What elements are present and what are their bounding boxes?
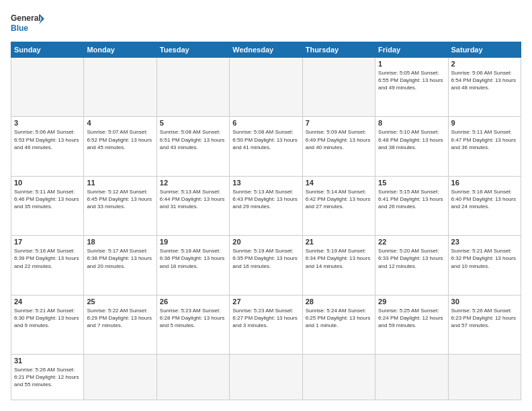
day-info: Sunrise: 5:14 AM Sunset: 6:42 PM Dayligh… — [306, 188, 372, 211]
day-info: Sunrise: 5:09 AM Sunset: 6:49 PM Dayligh… — [306, 128, 372, 151]
calendar-day-cell: 29Sunrise: 5:25 AM Sunset: 6:24 PM Dayli… — [375, 295, 448, 354]
day-number: 18 — [87, 238, 153, 246]
calendar-day-cell: 23Sunrise: 5:21 AM Sunset: 6:32 PM Dayli… — [448, 236, 521, 295]
calendar-day-cell: 3Sunrise: 5:06 AM Sunset: 6:53 PM Daylig… — [11, 117, 84, 176]
calendar-table: SundayMondayTuesdayWednesdayThursdayFrid… — [11, 42, 521, 400]
calendar-day-cell: 30Sunrise: 5:26 AM Sunset: 6:23 PM Dayli… — [448, 295, 521, 354]
calendar-day-cell — [157, 354, 229, 400]
calendar-day-cell — [230, 58, 302, 117]
calendar-day-cell — [448, 354, 521, 400]
calendar-week-row: 1Sunrise: 5:05 AM Sunset: 6:55 PM Daylig… — [11, 58, 521, 117]
day-info: Sunrise: 5:07 AM Sunset: 6:52 PM Dayligh… — [87, 128, 153, 151]
calendar-day-header: Saturday — [448, 42, 521, 58]
calendar-day-cell — [230, 354, 302, 400]
calendar-day-cell: 9Sunrise: 5:11 AM Sunset: 6:47 PM Daylig… — [448, 117, 521, 176]
day-number: 29 — [378, 298, 445, 306]
calendar-week-row: 10Sunrise: 5:11 AM Sunset: 6:46 PM Dayli… — [11, 176, 521, 235]
calendar-day-cell: 20Sunrise: 5:19 AM Sunset: 6:35 PM Dayli… — [230, 236, 302, 295]
calendar-day-cell: 26Sunrise: 5:23 AM Sunset: 6:28 PM Dayli… — [157, 295, 229, 354]
day-number: 22 — [378, 238, 445, 246]
svg-text:Blue: Blue — [11, 24, 28, 33]
calendar-day-cell — [302, 58, 375, 117]
day-info: Sunrise: 5:23 AM Sunset: 6:28 PM Dayligh… — [160, 307, 226, 330]
day-info: Sunrise: 5:17 AM Sunset: 6:38 PM Dayligh… — [87, 247, 153, 270]
day-info: Sunrise: 5:24 AM Sunset: 6:25 PM Dayligh… — [306, 307, 372, 330]
calendar-day-header: Thursday — [302, 42, 375, 58]
day-number: 9 — [451, 119, 518, 127]
calendar-day-cell — [157, 58, 229, 117]
day-number: 21 — [306, 238, 372, 246]
calendar-week-row: 17Sunrise: 5:16 AM Sunset: 6:39 PM Dayli… — [11, 236, 521, 295]
day-info: Sunrise: 5:06 AM Sunset: 6:53 PM Dayligh… — [14, 128, 81, 151]
calendar-day-cell: 2Sunrise: 5:06 AM Sunset: 6:54 PM Daylig… — [448, 58, 521, 117]
day-info: Sunrise: 5:26 AM Sunset: 6:23 PM Dayligh… — [451, 307, 518, 330]
day-number: 15 — [378, 179, 445, 187]
day-info: Sunrise: 5:26 AM Sunset: 6:21 PM Dayligh… — [14, 366, 81, 389]
calendar-day-cell: 31Sunrise: 5:26 AM Sunset: 6:21 PM Dayli… — [11, 354, 84, 400]
day-number: 5 — [160, 119, 226, 127]
calendar-day-cell: 24Sunrise: 5:21 AM Sunset: 6:30 PM Dayli… — [11, 295, 84, 354]
calendar-day-cell: 4Sunrise: 5:07 AM Sunset: 6:52 PM Daylig… — [84, 117, 157, 176]
day-number: 28 — [306, 298, 372, 306]
day-info: Sunrise: 5:16 AM Sunset: 6:40 PM Dayligh… — [451, 188, 518, 211]
calendar-day-header: Tuesday — [157, 42, 229, 58]
calendar-day-cell: 19Sunrise: 5:18 AM Sunset: 6:36 PM Dayli… — [157, 236, 229, 295]
day-info: Sunrise: 5:11 AM Sunset: 6:46 PM Dayligh… — [14, 188, 81, 211]
day-info: Sunrise: 5:11 AM Sunset: 6:47 PM Dayligh… — [451, 128, 518, 151]
day-info: Sunrise: 5:08 AM Sunset: 6:51 PM Dayligh… — [160, 128, 226, 151]
day-info: Sunrise: 5:10 AM Sunset: 6:48 PM Dayligh… — [378, 128, 445, 151]
day-number: 12 — [160, 179, 226, 187]
day-info: Sunrise: 5:23 AM Sunset: 6:27 PM Dayligh… — [232, 307, 299, 330]
calendar-day-cell: 12Sunrise: 5:13 AM Sunset: 6:44 PM Dayli… — [157, 176, 229, 235]
calendar-day-cell: 10Sunrise: 5:11 AM Sunset: 6:46 PM Dayli… — [11, 176, 84, 235]
calendar-day-cell — [84, 58, 157, 117]
calendar-day-cell: 8Sunrise: 5:10 AM Sunset: 6:48 PM Daylig… — [375, 117, 448, 176]
calendar-day-cell — [375, 354, 448, 400]
day-info: Sunrise: 5:08 AM Sunset: 6:50 PM Dayligh… — [232, 128, 299, 151]
day-number: 10 — [14, 179, 81, 187]
day-info: Sunrise: 5:20 AM Sunset: 6:33 PM Dayligh… — [378, 247, 445, 270]
calendar-week-row: 24Sunrise: 5:21 AM Sunset: 6:30 PM Dayli… — [11, 295, 521, 354]
day-info: Sunrise: 5:13 AM Sunset: 6:44 PM Dayligh… — [160, 188, 226, 211]
calendar-day-cell: 21Sunrise: 5:19 AM Sunset: 6:34 PM Dayli… — [302, 236, 375, 295]
calendar-day-cell — [302, 354, 375, 400]
day-number: 26 — [160, 298, 226, 306]
day-number: 2 — [451, 60, 518, 68]
calendar-day-header: Monday — [84, 42, 157, 58]
day-number: 25 — [87, 298, 153, 306]
calendar-day-cell: 17Sunrise: 5:16 AM Sunset: 6:39 PM Dayli… — [11, 236, 84, 295]
day-info: Sunrise: 5:13 AM Sunset: 6:43 PM Dayligh… — [232, 188, 299, 211]
calendar-day-cell: 5Sunrise: 5:08 AM Sunset: 6:51 PM Daylig… — [157, 117, 229, 176]
calendar-day-header: Sunday — [11, 42, 84, 58]
day-number: 19 — [160, 238, 226, 246]
calendar-day-header: Friday — [375, 42, 448, 58]
day-info: Sunrise: 5:18 AM Sunset: 6:36 PM Dayligh… — [160, 247, 226, 270]
day-number: 23 — [451, 238, 518, 246]
day-number: 31 — [14, 357, 81, 365]
day-number: 17 — [14, 238, 81, 246]
day-info: Sunrise: 5:12 AM Sunset: 6:45 PM Dayligh… — [87, 188, 153, 211]
day-number: 14 — [306, 179, 372, 187]
page: General Blue SundayMondayTuesdayWednesda… — [0, 0, 532, 411]
day-info: Sunrise: 5:19 AM Sunset: 6:35 PM Dayligh… — [232, 247, 299, 270]
calendar-day-header: Wednesday — [230, 42, 302, 58]
day-number: 27 — [232, 298, 299, 306]
day-info: Sunrise: 5:22 AM Sunset: 6:29 PM Dayligh… — [87, 307, 153, 330]
day-info: Sunrise: 5:25 AM Sunset: 6:24 PM Dayligh… — [378, 307, 445, 330]
calendar-day-cell — [11, 58, 84, 117]
calendar-day-cell: 22Sunrise: 5:20 AM Sunset: 6:33 PM Dayli… — [375, 236, 448, 295]
day-number: 1 — [378, 60, 445, 68]
day-number: 24 — [14, 298, 81, 306]
calendar-day-cell: 14Sunrise: 5:14 AM Sunset: 6:42 PM Dayli… — [302, 176, 375, 235]
day-number: 30 — [451, 298, 518, 306]
day-info: Sunrise: 5:05 AM Sunset: 6:55 PM Dayligh… — [378, 69, 445, 92]
svg-text:General: General — [11, 13, 41, 23]
calendar-day-cell: 6Sunrise: 5:08 AM Sunset: 6:50 PM Daylig… — [230, 117, 302, 176]
general-blue-logo-icon: General Blue — [11, 11, 44, 35]
calendar-day-cell: 16Sunrise: 5:16 AM Sunset: 6:40 PM Dayli… — [448, 176, 521, 235]
day-info: Sunrise: 5:06 AM Sunset: 6:54 PM Dayligh… — [451, 69, 518, 92]
calendar-day-cell: 18Sunrise: 5:17 AM Sunset: 6:38 PM Dayli… — [84, 236, 157, 295]
calendar-day-cell: 13Sunrise: 5:13 AM Sunset: 6:43 PM Dayli… — [230, 176, 302, 235]
calendar-header-row: SundayMondayTuesdayWednesdayThursdayFrid… — [11, 42, 521, 58]
day-number: 11 — [87, 179, 153, 187]
